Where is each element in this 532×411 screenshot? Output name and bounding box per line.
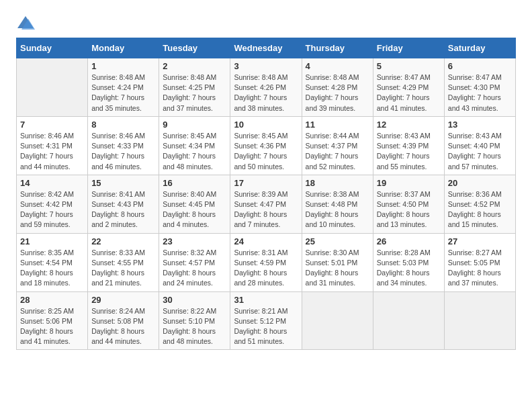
day-info: Sunrise: 8:48 AMSunset: 4:26 PMDaylight:… xyxy=(234,73,298,113)
weekday-header-friday: Friday xyxy=(373,38,444,58)
day-number: 15 xyxy=(91,178,155,188)
weekday-header-row: SundayMondayTuesdayWednesdayThursdayFrid… xyxy=(17,38,516,58)
day-info: Sunrise: 8:46 AMSunset: 4:31 PMDaylight:… xyxy=(20,131,84,172)
calendar-week-4: 21Sunrise: 8:35 AMSunset: 4:54 PMDayligh… xyxy=(17,233,516,291)
calendar-cell: 20Sunrise: 8:36 AMSunset: 4:52 PMDayligh… xyxy=(444,175,515,233)
day-number: 30 xyxy=(163,295,226,305)
day-info: Sunrise: 8:30 AMSunset: 5:01 PMDaylight:… xyxy=(306,248,369,289)
day-number: 14 xyxy=(20,178,84,188)
day-info: Sunrise: 8:45 AMSunset: 4:36 PMDaylight:… xyxy=(234,131,298,172)
calendar-cell: 10Sunrise: 8:45 AMSunset: 4:36 PMDayligh… xyxy=(230,116,302,175)
weekday-header-wednesday: Wednesday xyxy=(230,38,302,58)
day-number: 29 xyxy=(91,295,155,305)
day-info: Sunrise: 8:43 AMSunset: 4:40 PMDaylight:… xyxy=(448,131,512,172)
page-header xyxy=(16,13,516,32)
calendar-cell: 15Sunrise: 8:41 AMSunset: 4:43 PMDayligh… xyxy=(88,175,159,233)
day-number: 6 xyxy=(448,61,512,71)
day-info: Sunrise: 8:38 AMSunset: 4:48 PMDaylight:… xyxy=(306,189,369,230)
day-number: 17 xyxy=(234,178,298,188)
calendar-cell: 2Sunrise: 8:48 AMSunset: 4:25 PMDaylight… xyxy=(159,58,230,117)
calendar-cell: 22Sunrise: 8:33 AMSunset: 4:55 PMDayligh… xyxy=(88,233,159,291)
day-number: 28 xyxy=(20,295,84,305)
day-number: 12 xyxy=(377,120,441,130)
day-number: 9 xyxy=(163,120,226,130)
calendar-cell: 17Sunrise: 8:39 AMSunset: 4:47 PMDayligh… xyxy=(230,175,302,233)
day-number: 8 xyxy=(91,120,155,130)
day-info: Sunrise: 8:33 AMSunset: 4:55 PMDaylight:… xyxy=(91,248,155,289)
logo-icon xyxy=(16,13,35,32)
calendar-cell: 29Sunrise: 8:24 AMSunset: 5:08 PMDayligh… xyxy=(88,291,159,350)
calendar-cell: 8Sunrise: 8:46 AMSunset: 4:33 PMDaylight… xyxy=(88,116,159,175)
day-info: Sunrise: 8:48 AMSunset: 4:25 PMDaylight:… xyxy=(163,73,226,113)
day-number: 19 xyxy=(377,178,441,188)
calendar-cell: 16Sunrise: 8:40 AMSunset: 4:45 PMDayligh… xyxy=(159,175,230,233)
day-number: 4 xyxy=(306,61,369,71)
day-number: 13 xyxy=(448,120,512,130)
day-info: Sunrise: 8:41 AMSunset: 4:43 PMDaylight:… xyxy=(91,189,155,230)
day-info: Sunrise: 8:31 AMSunset: 4:59 PMDaylight:… xyxy=(234,248,298,289)
calendar-cell: 4Sunrise: 8:48 AMSunset: 4:28 PMDaylight… xyxy=(302,58,373,117)
day-number: 2 xyxy=(163,61,226,71)
day-info: Sunrise: 8:48 AMSunset: 4:28 PMDaylight:… xyxy=(306,73,369,113)
calendar-table: SundayMondayTuesdayWednesdayThursdayFrid… xyxy=(16,38,516,350)
day-number: 16 xyxy=(163,178,226,188)
day-info: Sunrise: 8:39 AMSunset: 4:47 PMDaylight:… xyxy=(234,189,298,230)
calendar-cell: 25Sunrise: 8:30 AMSunset: 5:01 PMDayligh… xyxy=(302,233,373,291)
calendar-week-2: 7Sunrise: 8:46 AMSunset: 4:31 PMDaylight… xyxy=(17,116,516,175)
weekday-header-tuesday: Tuesday xyxy=(159,38,230,58)
day-info: Sunrise: 8:28 AMSunset: 5:03 PMDaylight:… xyxy=(377,248,441,289)
day-number: 23 xyxy=(163,236,226,246)
day-info: Sunrise: 8:32 AMSunset: 4:57 PMDaylight:… xyxy=(163,248,226,289)
calendar-cell xyxy=(302,291,373,350)
calendar-cell: 7Sunrise: 8:46 AMSunset: 4:31 PMDaylight… xyxy=(17,116,88,175)
calendar-cell: 24Sunrise: 8:31 AMSunset: 4:59 PMDayligh… xyxy=(230,233,302,291)
calendar-cell: 9Sunrise: 8:45 AMSunset: 4:34 PMDaylight… xyxy=(159,116,230,175)
day-number: 26 xyxy=(377,236,441,246)
day-number: 20 xyxy=(448,178,512,188)
calendar-cell: 13Sunrise: 8:43 AMSunset: 4:40 PMDayligh… xyxy=(444,116,515,175)
day-info: Sunrise: 8:48 AMSunset: 4:24 PMDaylight:… xyxy=(91,73,155,113)
calendar-cell: 1Sunrise: 8:48 AMSunset: 4:24 PMDaylight… xyxy=(88,58,159,117)
weekday-header-saturday: Saturday xyxy=(444,38,515,58)
day-number: 24 xyxy=(234,236,298,246)
calendar-week-1: 1Sunrise: 8:48 AMSunset: 4:24 PMDaylight… xyxy=(17,58,516,117)
calendar-cell: 5Sunrise: 8:47 AMSunset: 4:29 PMDaylight… xyxy=(373,58,444,117)
day-number: 7 xyxy=(20,120,84,130)
calendar-cell: 30Sunrise: 8:22 AMSunset: 5:10 PMDayligh… xyxy=(159,291,230,350)
day-info: Sunrise: 8:42 AMSunset: 4:42 PMDaylight:… xyxy=(20,189,84,230)
day-info: Sunrise: 8:21 AMSunset: 5:12 PMDaylight:… xyxy=(234,306,298,347)
day-number: 1 xyxy=(91,61,155,71)
day-info: Sunrise: 8:35 AMSunset: 4:54 PMDaylight:… xyxy=(20,248,84,289)
calendar-week-3: 14Sunrise: 8:42 AMSunset: 4:42 PMDayligh… xyxy=(17,175,516,233)
day-number: 25 xyxy=(306,236,369,246)
day-info: Sunrise: 8:22 AMSunset: 5:10 PMDaylight:… xyxy=(163,306,226,347)
day-info: Sunrise: 8:40 AMSunset: 4:45 PMDaylight:… xyxy=(163,189,226,230)
calendar-cell: 18Sunrise: 8:38 AMSunset: 4:48 PMDayligh… xyxy=(302,175,373,233)
calendar-week-5: 28Sunrise: 8:25 AMSunset: 5:06 PMDayligh… xyxy=(17,291,516,350)
day-number: 22 xyxy=(91,236,155,246)
day-info: Sunrise: 8:25 AMSunset: 5:06 PMDaylight:… xyxy=(20,306,84,347)
day-info: Sunrise: 8:27 AMSunset: 5:05 PMDaylight:… xyxy=(448,248,512,289)
calendar-cell: 14Sunrise: 8:42 AMSunset: 4:42 PMDayligh… xyxy=(17,175,88,233)
day-info: Sunrise: 8:47 AMSunset: 4:30 PMDaylight:… xyxy=(448,73,512,113)
day-info: Sunrise: 8:36 AMSunset: 4:52 PMDaylight:… xyxy=(448,189,512,230)
day-info: Sunrise: 8:43 AMSunset: 4:39 PMDaylight:… xyxy=(377,131,441,172)
day-info: Sunrise: 8:47 AMSunset: 4:29 PMDaylight:… xyxy=(377,73,441,113)
day-info: Sunrise: 8:46 AMSunset: 4:33 PMDaylight:… xyxy=(91,131,155,172)
calendar-cell: 21Sunrise: 8:35 AMSunset: 4:54 PMDayligh… xyxy=(17,233,88,291)
day-info: Sunrise: 8:44 AMSunset: 4:37 PMDaylight:… xyxy=(306,131,369,172)
calendar-cell: 28Sunrise: 8:25 AMSunset: 5:06 PMDayligh… xyxy=(17,291,88,350)
day-number: 11 xyxy=(306,120,369,130)
calendar-cell: 19Sunrise: 8:37 AMSunset: 4:50 PMDayligh… xyxy=(373,175,444,233)
day-number: 3 xyxy=(234,61,298,71)
weekday-header-thursday: Thursday xyxy=(302,38,373,58)
day-number: 18 xyxy=(306,178,369,188)
calendar-cell: 3Sunrise: 8:48 AMSunset: 4:26 PMDaylight… xyxy=(230,58,302,117)
weekday-header-monday: Monday xyxy=(88,38,159,58)
calendar-cell: 23Sunrise: 8:32 AMSunset: 4:57 PMDayligh… xyxy=(159,233,230,291)
calendar-cell xyxy=(444,291,515,350)
calendar-cell: 11Sunrise: 8:44 AMSunset: 4:37 PMDayligh… xyxy=(302,116,373,175)
day-info: Sunrise: 8:45 AMSunset: 4:34 PMDaylight:… xyxy=(163,131,226,172)
calendar-cell: 26Sunrise: 8:28 AMSunset: 5:03 PMDayligh… xyxy=(373,233,444,291)
calendar-cell: 31Sunrise: 8:21 AMSunset: 5:12 PMDayligh… xyxy=(230,291,302,350)
